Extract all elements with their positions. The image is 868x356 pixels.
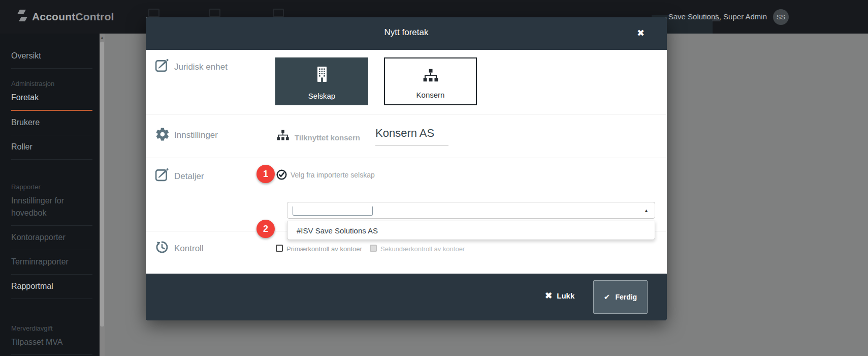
sidebar-item-brukere[interactable]: Brukere (11, 114, 92, 135)
section-legal-entity: Juridisk enhet Selskap (146, 50, 667, 114)
section-label-settings: Innstillinger (174, 130, 218, 140)
section-settings: Innstillinger Tilknyttet konsern Konsern… (146, 114, 667, 158)
card-konsern[interactable]: Konsern (384, 57, 477, 105)
edit-icon (155, 167, 169, 184)
step-badge-1: 1 (256, 165, 275, 183)
brand-name: AccountControl (32, 11, 114, 23)
close-button-label: Lukk (557, 291, 574, 300)
done-button[interactable]: ✔ Ferdig (593, 280, 648, 314)
sidebar-item-foretak[interactable]: Foretak (11, 90, 92, 111)
section-details: Detaljer 1 Velg fra importerte selskap ▲… (146, 158, 667, 231)
secondary-control-label: Sekundærkontroll av kontoer (380, 245, 465, 253)
sidebar-item-oversikt[interactable]: Oversikt (11, 48, 92, 69)
topbar-nav-icon (209, 9, 220, 17)
section-control: Kontroll Primærkontroll av kontoer Sekun… (146, 231, 667, 274)
import-check-circle-icon[interactable] (276, 169, 287, 183)
company-dropdown[interactable]: ▲ (287, 202, 655, 219)
history-icon (155, 240, 169, 256)
new-company-modal: Nytt foretak ✖ Juridisk enhet (146, 17, 667, 320)
section-label-details: Detaljer (174, 171, 204, 182)
cross-icon: ✖ (545, 290, 552, 301)
sidebar-item-roller[interactable]: Roller (11, 139, 92, 160)
sidebar-item-innstillinger-hovedbok[interactable]: Innstillinger for hovedbok (11, 193, 92, 226)
sidebar-item-kontorapporter[interactable]: Kontorapporter (11, 229, 92, 250)
section-label-control: Kontroll (174, 244, 204, 254)
brand-logo-icon (17, 9, 27, 24)
topbar-nav-icon (148, 9, 159, 17)
scrollbar-up-arrow-icon[interactable]: ▲ (100, 36, 105, 39)
sitemap-small-icon (276, 130, 290, 143)
screen: AccountControl Save Solutions, Super Adm… (0, 0, 868, 356)
gear-icon (155, 127, 170, 144)
modal-footer: ✖ Lukk ✔ Ferdig (146, 274, 667, 320)
avatar[interactable]: SS (773, 9, 789, 25)
sidebar-item-terminrapporter[interactable]: Terminrapporter (11, 254, 92, 275)
primary-control-checkbox[interactable] (276, 245, 283, 252)
section-label-legal-entity: Juridisk enhet (174, 62, 228, 72)
group-name-input[interactable]: Konsern AS (375, 127, 448, 145)
step-badge-2: 2 (256, 220, 275, 238)
secondary-control-checkbox[interactable] (370, 245, 377, 252)
sidebar-scrollbar[interactable]: ▲ (100, 34, 105, 356)
close-icon[interactable]: ✖ (637, 27, 645, 39)
close-button[interactable]: ✖ Lukk (545, 290, 574, 301)
scrollbar-thumb[interactable] (100, 42, 104, 327)
modal-header: Nytt foretak ✖ (146, 17, 667, 50)
card-selskap[interactable]: Selskap (275, 57, 368, 105)
done-button-label: Ferdig (615, 293, 637, 301)
sidebar-item-tilpasset-mva[interactable]: Tilpasset MVA (11, 334, 92, 355)
linked-group-label: Tilknyttet konsern (295, 133, 360, 142)
sidebar-section-rapporter: Rapporter (11, 183, 92, 191)
sidebar-item-rapportmal[interactable]: Rapportmal (11, 278, 92, 299)
topbar-nav-icon (273, 9, 284, 17)
card-konsern-label: Konsern (385, 91, 476, 99)
dropdown-search-input[interactable] (293, 206, 373, 216)
check-icon: ✔ (604, 292, 610, 302)
user-name[interactable]: Save Solutions, Super Admin (668, 12, 767, 21)
card-selskap-label: Selskap (275, 92, 368, 100)
sidebar-section-administrasjon: Administrasjon (11, 80, 92, 87)
import-checkbox-label: Velg fra importerte selskap (291, 171, 375, 179)
edit-icon (155, 58, 169, 74)
modal-title: Nytt foretak (146, 27, 667, 38)
sidebar-section-merverdiavgift: Merverdiavgift (11, 324, 92, 332)
sitemap-icon (385, 69, 476, 82)
sidebar: Oversikt Administrasjon Foretak Brukere … (0, 34, 100, 356)
caret-up-icon: ▲ (644, 208, 649, 213)
brand: AccountControl (17, 9, 114, 24)
primary-control-label: Primærkontroll av kontoer (286, 245, 362, 253)
building-icon (275, 66, 368, 83)
